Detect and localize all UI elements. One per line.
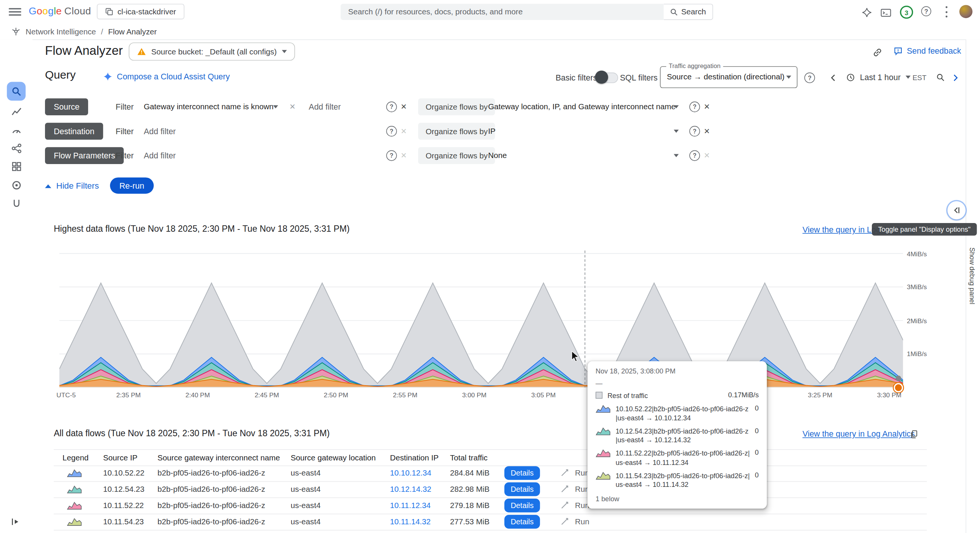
source-bucket-selector[interactable]: Source bucket: _Default (all configs): [129, 42, 295, 60]
gemini-icon[interactable]: [861, 7, 873, 18]
top-app-bar: GoogleCloud cl-ica-stackdriver Search 3: [0, 0, 980, 24]
tooltip-dash: —: [595, 379, 759, 387]
run-button[interactable]: Run: [575, 517, 589, 526]
filter-chip-destination[interactable]: Destination: [45, 123, 103, 140]
organize-help-icon[interactable]: [689, 150, 700, 161]
project-selector[interactable]: cl-ica-stackdriver: [97, 4, 184, 19]
time-range-selector[interactable]: Last 1 hour: [860, 73, 911, 82]
view-query-link-table[interactable]: View the query in Log Analytics: [802, 430, 915, 439]
organize-value-source[interactable]: Gateway location, IP, and Gateway interc…: [488, 102, 676, 111]
cell-source-ip: 10.11.54.23: [103, 517, 144, 526]
add-filter-placeholder[interactable]: Add filter: [144, 151, 176, 160]
notification-badge[interactable]: 3: [900, 6, 913, 19]
breadcrumb-page[interactable]: Flow Analyzer: [108, 27, 157, 36]
page-title: Flow Analyzer: [45, 44, 123, 58]
details-button[interactable]: Details: [504, 499, 540, 512]
aggregation-help-icon[interactable]: [804, 73, 815, 83]
filter-help-icon[interactable]: [387, 150, 397, 161]
more-options-icon[interactable]: [945, 6, 948, 18]
cell-destination-ip-link[interactable]: 10.11.12.34: [390, 501, 431, 510]
chevron-down-icon[interactable]: [674, 130, 679, 133]
toggle-display-options-panel-button[interactable]: [948, 201, 966, 219]
legend-swatch-icon: [67, 517, 82, 526]
cell-destination-ip-link[interactable]: 10.10.12.34: [390, 469, 431, 477]
organize-value-destination[interactable]: IP: [488, 127, 496, 136]
traffic-chart[interactable]: [59, 247, 903, 388]
cell-total-traffic: 277.53 MiB: [450, 517, 490, 526]
cloud-assist-spark-icon: [103, 72, 113, 81]
details-button[interactable]: Details: [504, 466, 540, 480]
cell-total-traffic: 279.18 MiB: [450, 501, 490, 510]
organize-help-icon[interactable]: [689, 126, 700, 137]
sql-filters-label: SQL filters: [620, 73, 658, 83]
mouse-cursor: [571, 350, 579, 365]
cell-location: us-east4: [291, 501, 321, 510]
col-destination-ip[interactable]: Destination IP: [390, 453, 439, 462]
time-search-icon[interactable]: [936, 73, 945, 84]
clear-organize-icon[interactable]: [704, 127, 710, 135]
legend-swatch-icon: [67, 469, 82, 477]
tooltip-row: 10.12.54.23|b2b-pf05-iad26-to-pf06-iad26…: [595, 427, 759, 444]
table-row-partial: Details: [54, 530, 927, 533]
legend-swatch-icon: [67, 485, 82, 494]
filter-label: Filter: [116, 102, 134, 111]
col-source-ip[interactable]: Source IP: [103, 453, 138, 462]
copy-icon[interactable]: [910, 430, 918, 441]
filter-chip-source[interactable]: Source: [45, 98, 88, 115]
search-button[interactable]: Search: [663, 4, 713, 20]
send-feedback-button[interactable]: Send feedback: [894, 46, 961, 56]
rail-donut-icon[interactable]: [7, 175, 26, 194]
rerun-button[interactable]: Re-run: [110, 177, 153, 194]
chevron-down-icon[interactable]: [674, 154, 679, 157]
cell-destination-ip-link[interactable]: 10.12.14.32: [390, 485, 431, 494]
compose-cloud-assist-button[interactable]: Compose a Cloud Assist Query: [103, 72, 230, 81]
filters-mode-toggle[interactable]: [595, 73, 618, 83]
col-interconnect[interactable]: Source gateway interconnect name: [158, 453, 280, 462]
clear-filters-icon[interactable]: [401, 103, 407, 111]
filter-help-icon[interactable]: [387, 102, 397, 112]
chevron-down-icon[interactable]: [674, 105, 679, 108]
show-debug-panel-label[interactable]: Show debug panel: [969, 248, 976, 305]
table-row: 10.11.54.23 b2b-pf05-iad26-to-pf06-iad26…: [54, 514, 927, 531]
col-location[interactable]: Source gateway location: [291, 453, 376, 462]
filter-help-icon[interactable]: [387, 126, 397, 137]
help-icon[interactable]: [921, 6, 931, 16]
breadcrumb-section[interactable]: Network Intelligence: [26, 27, 96, 36]
cloud-shell-icon[interactable]: [880, 7, 891, 18]
legend-swatch-icon: [595, 391, 602, 398]
toggle-knob: [595, 71, 608, 84]
expand-panel-icon[interactable]: [11, 517, 21, 526]
avatar[interactable]: [959, 5, 972, 18]
feedback-icon: [894, 46, 902, 55]
col-total-traffic[interactable]: Total traffic: [450, 453, 488, 462]
clear-filter-chip-icon[interactable]: [289, 103, 296, 111]
chevron-down-icon: [905, 76, 910, 79]
chevron-down-icon[interactable]: [273, 105, 278, 108]
traffic-aggregation-select[interactable]: Traffic aggregation Source → destination…: [660, 66, 798, 88]
cell-interconnect: b2b-pf05-iad26-to-pf06-iad26-z: [158, 485, 266, 494]
search-input[interactable]: [340, 4, 664, 20]
organize-help-icon[interactable]: [689, 102, 700, 112]
basic-filters-label: Basic filters: [556, 73, 597, 83]
copy-page-link-icon[interactable]: [873, 48, 883, 59]
clear-organize-icon[interactable]: [704, 103, 710, 111]
details-button[interactable]: Details: [504, 515, 540, 528]
menu-icon[interactable]: [9, 6, 21, 18]
filter-chip-flow-parameters[interactable]: Flow Parameters: [45, 147, 124, 164]
source-filter-value[interactable]: Gateway interconnect name is known: [144, 102, 274, 111]
cell-location: us-east4: [291, 469, 321, 477]
cell-destination-ip-link[interactable]: 10.11.14.32: [390, 517, 431, 526]
time-next-icon[interactable]: [951, 74, 959, 84]
details-button[interactable]: Details: [504, 482, 540, 496]
organize-value-flow-parameters[interactable]: None: [488, 151, 507, 160]
add-filter-placeholder[interactable]: Add filter: [309, 102, 341, 111]
chart-canvas[interactable]: [59, 247, 903, 388]
x-axis-labels: UTC-52:35 PM2:40 PM2:45 PM2:50 PM2:55 PM…: [59, 391, 903, 400]
flow-analyzer-page: GoogleCloud cl-ica-stackdriver Search 3: [0, 0, 980, 533]
tooltip-row: 10.10.52.22|b2b-pf05-iad26-to-pf06-iad26…: [595, 404, 759, 422]
add-filter-placeholder[interactable]: Add filter: [144, 127, 176, 136]
rail-hook-icon[interactable]: [7, 194, 26, 212]
time-prev-icon[interactable]: [829, 74, 837, 84]
hide-filters-button[interactable]: Hide Filters: [45, 181, 99, 191]
debug-panel-strip: Show debug panel: [966, 39, 980, 533]
